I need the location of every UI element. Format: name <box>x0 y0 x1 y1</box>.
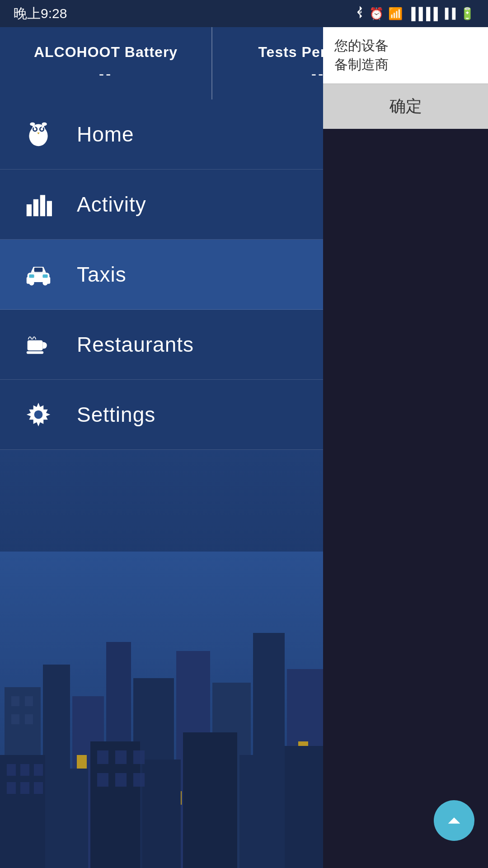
svg-rect-36 <box>25 696 33 706</box>
sidebar-item-settings[interactable]: Settings <box>0 380 323 450</box>
right-panel-overlay: 您的设备 备制造商 确定 <box>323 27 488 129</box>
owl-icon <box>23 118 54 150</box>
svg-rect-59 <box>133 750 145 764</box>
taxi-icon <box>23 259 54 290</box>
sidebar-item-activity[interactable]: Activity <box>0 170 323 240</box>
svg-rect-60 <box>97 773 108 787</box>
sidebar-item-home-label: Home <box>77 122 134 146</box>
svg-rect-10 <box>27 204 32 216</box>
svg-rect-54 <box>7 782 16 794</box>
sidebar-item-taxis-label: Taxis <box>77 262 127 287</box>
svg-rect-13 <box>47 201 52 217</box>
svg-rect-11 <box>33 199 38 217</box>
svg-rect-21 <box>42 274 47 278</box>
svg-rect-55 <box>20 782 29 794</box>
svg-rect-20 <box>29 274 34 278</box>
gear-icon <box>23 399 54 430</box>
chevron-up-icon <box>445 811 463 830</box>
battery-section: ALCOHOOT Battery -- <box>0 27 212 99</box>
signal1-icon: ▐▐▐▐ <box>407 7 437 21</box>
svg-rect-52 <box>20 764 29 776</box>
svg-point-18 <box>42 280 47 285</box>
svg-rect-19 <box>34 268 43 272</box>
sidebar-item-settings-label: Settings <box>77 402 155 427</box>
status-bar: 晚上9:28 ⏰ 📶 ▐▐▐▐ ▐▐ 🔋 <box>0 0 488 27</box>
svg-point-8 <box>30 123 35 126</box>
svg-rect-45 <box>47 769 88 868</box>
coffee-icon <box>23 329 54 360</box>
status-icons: ⏰ 📶 ▐▐▐▐ ▐▐ 🔋 <box>355 6 474 21</box>
svg-rect-62 <box>133 773 145 787</box>
svg-point-24 <box>34 410 43 419</box>
alarm-icon: ⏰ <box>369 7 384 21</box>
svg-rect-49 <box>239 755 282 868</box>
svg-rect-53 <box>34 764 43 776</box>
svg-rect-56 <box>34 782 43 794</box>
status-time: 晚上9:28 <box>14 5 67 23</box>
svg-rect-23 <box>27 351 44 354</box>
svg-rect-57 <box>97 750 108 764</box>
sidebar-item-home[interactable]: Home <box>0 99 323 170</box>
sidebar-item-restaurants[interactable]: Restaurants <box>0 310 323 380</box>
confirm-button-label: 确定 <box>389 95 422 118</box>
svg-rect-22 <box>28 340 43 351</box>
battery-label: ALCOHOOT Battery <box>34 44 178 61</box>
svg-rect-48 <box>183 732 237 868</box>
svg-rect-51 <box>7 764 16 776</box>
battery-value: -- <box>99 65 113 83</box>
signal2-icon: ▐▐ <box>441 8 455 19</box>
svg-rect-50 <box>285 746 323 868</box>
svg-point-9 <box>42 123 47 126</box>
right-panel-text: 您的设备 备制造商 <box>323 27 488 84</box>
svg-point-17 <box>29 280 34 285</box>
nav-menu: Home Activity <box>0 99 323 450</box>
svg-rect-47 <box>142 760 181 868</box>
wifi-icon: 📶 <box>388 7 403 21</box>
svg-rect-38 <box>25 714 33 724</box>
confirm-button[interactable]: 确定 <box>323 84 488 129</box>
bar-chart-icon <box>23 189 54 220</box>
battery-icon: 🔋 <box>460 7 474 21</box>
svg-rect-35 <box>11 696 19 706</box>
sidebar-item-activity-label: Activity <box>77 192 146 217</box>
svg-rect-58 <box>115 750 127 764</box>
svg-rect-37 <box>11 714 19 724</box>
svg-rect-12 <box>40 195 45 216</box>
sidebar-item-restaurants-label: Restaurants <box>77 332 194 357</box>
svg-rect-39 <box>77 755 87 769</box>
svg-rect-61 <box>115 773 127 787</box>
bluetooth-icon <box>355 6 365 21</box>
sidebar-item-taxis[interactable]: Taxis <box>0 240 323 310</box>
scroll-to-top-button[interactable] <box>434 800 474 841</box>
